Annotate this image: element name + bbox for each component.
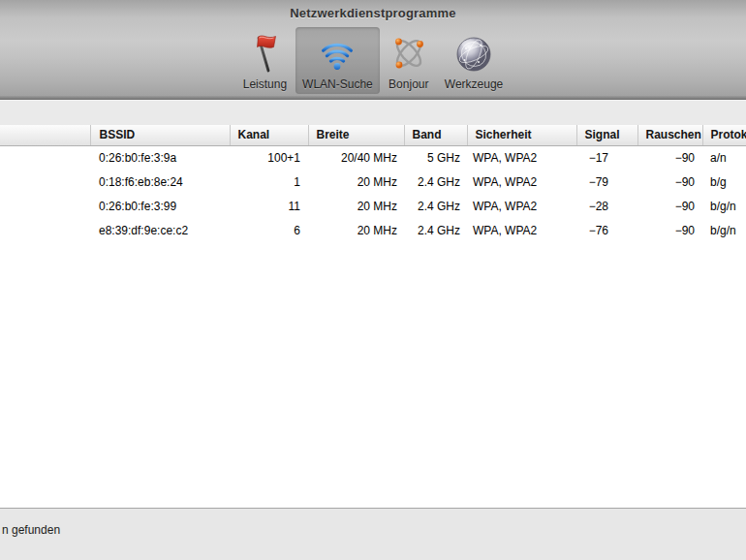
column-header-sicherheit[interactable]: Sicherheit — [467, 125, 576, 145]
wlan-scan-table-area: BSSID Kanal Breite Band Sicherheit Signa… — [0, 125, 746, 508]
cell-rauschen: −90 — [637, 194, 702, 218]
wlan-scan-table[interactable]: BSSID Kanal Breite Band Sicherheit Signa… — [0, 125, 746, 242]
cell-bssid: e8:39:df:9e:ce:c2 — [90, 218, 230, 242]
cell-breite: 20 MHz — [308, 170, 404, 194]
toolbar-item-werkzeuge[interactable]: Werkzeuge — [438, 27, 510, 94]
cell-protokoll: a/n — [702, 145, 746, 170]
cell-sicherheit: WPA, WPA2 — [467, 145, 576, 170]
content-top-strip — [0, 100, 746, 125]
column-header-bssid[interactable]: BSSID — [90, 125, 230, 145]
cell-rauschen: −90 — [637, 170, 702, 194]
cell-sicherheit: WPA, WPA2 — [467, 194, 576, 218]
cell-signal: −76 — [576, 218, 637, 242]
cell-rauschen: −90 — [637, 218, 702, 242]
toolbar-item-label: WLAN-Suche — [302, 78, 373, 91]
table-row[interactable]: 0:18:f6:eb:8e:24 1 20 MHz 2.4 GHz WPA, W… — [0, 170, 746, 194]
toolbar-item-leistung[interactable]: Leistung — [236, 27, 294, 94]
bonjour-icon — [389, 32, 429, 77]
column-header-band[interactable]: Band — [404, 125, 467, 145]
table-header-row: BSSID Kanal Breite Band Sicherheit Signa… — [0, 125, 746, 145]
window-chrome: Netzwerkdienstprogramme — [0, 0, 746, 96]
cell-band: 5 GHz — [404, 145, 467, 170]
cell-rauschen: −90 — [637, 145, 702, 170]
toolbar-item-bonjour[interactable]: Bonjour — [382, 27, 436, 94]
column-header-kanal[interactable]: Kanal — [230, 125, 308, 145]
cell-signal: −28 — [576, 194, 637, 218]
cell-band: 2.4 GHz — [404, 194, 467, 218]
cell-kanal: 100+1 — [230, 145, 308, 170]
cell-band: 2.4 GHz — [404, 170, 467, 194]
column-header-breite[interactable]: Breite — [308, 125, 404, 145]
performance-flag-icon — [245, 32, 284, 77]
cell-sicherheit: WPA, WPA2 — [467, 170, 576, 194]
toolbar-item-label: Werkzeuge — [445, 78, 503, 91]
cell-bssid: 0:26:b0:fe:3:99 — [90, 194, 230, 218]
column-header-first[interactable] — [0, 125, 90, 145]
table-row[interactable]: 0:26:b0:fe:3:99 11 20 MHz 2.4 GHz WPA, W… — [0, 194, 746, 218]
cell-kanal: 6 — [230, 218, 308, 242]
cell-breite: 20 MHz — [308, 218, 404, 242]
column-header-protokoll[interactable]: Protokoll — [702, 125, 746, 145]
cell-bssid: 0:26:b0:fe:3:9a — [90, 145, 230, 170]
wifi-icon — [318, 32, 357, 77]
cell-protokoll: b/g/n — [702, 194, 746, 218]
toolbar-item-label: Bonjour — [389, 78, 428, 91]
cell-bssid: 0:18:f6:eb:8e:24 — [90, 170, 230, 194]
column-header-rauschen[interactable]: Rauschen — [637, 125, 702, 145]
status-bar: n gefunden — [0, 508, 746, 560]
cell-signal: −79 — [576, 170, 637, 194]
status-text: n gefunden — [0, 509, 746, 537]
cell-breite: 20/40 MHz — [308, 145, 404, 170]
toolbar: Leistung WLAN-Su — [0, 27, 746, 96]
cell-sicherheit: WPA, WPA2 — [467, 218, 576, 242]
column-header-signal[interactable]: Signal — [576, 125, 637, 145]
tools-globe-icon — [453, 32, 494, 77]
cell-kanal: 1 — [230, 170, 308, 194]
cell-signal: −17 — [576, 145, 637, 170]
window-title: Netzwerkdienstprogramme — [0, 6, 746, 20]
table-row[interactable]: 0:26:b0:fe:3:9a 100+1 20/40 MHz 5 GHz WP… — [0, 145, 746, 170]
cell-protokoll: b/g/n — [702, 218, 746, 242]
toolbar-item-wlan-suche[interactable]: WLAN-Suche — [295, 27, 380, 94]
table-row[interactable]: e8:39:df:9e:ce:c2 6 20 MHz 2.4 GHz WPA, … — [0, 218, 746, 242]
cell-band: 2.4 GHz — [404, 218, 467, 242]
cell-protokoll: b/g — [702, 170, 746, 194]
cell-breite: 20 MHz — [308, 194, 404, 218]
toolbar-item-label: Leistung — [243, 78, 287, 91]
cell-kanal: 11 — [230, 194, 308, 218]
